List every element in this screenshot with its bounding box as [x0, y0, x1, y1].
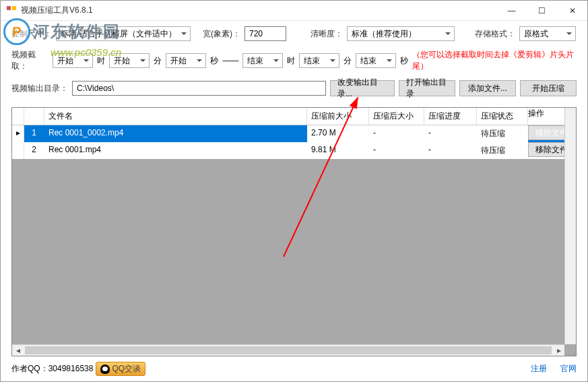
change-dir-button[interactable]: 改变输出目录...: [330, 80, 395, 96]
maximize-button[interactable]: ☐: [527, 1, 557, 20]
col-before[interactable]: 压缩前大小: [307, 108, 369, 125]
size-select[interactable]: 标清-适合手机横屏（文件适中）: [56, 26, 191, 41]
table-header: 文件名 压缩前大小 压缩后大小 压缩进度 压缩状态 操作: [12, 108, 576, 125]
scroll-left-icon[interactable]: ◂: [12, 345, 24, 356]
sec-unit: 秒: [210, 55, 218, 67]
qq-penguin-icon: [100, 364, 110, 374]
time-separator: ——: [222, 56, 238, 65]
footer: 作者QQ：3049816538 QQ交谈 注册 官网: [1, 356, 587, 381]
horizontal-scrollbar[interactable]: ◂ ▸: [12, 344, 564, 356]
end-hour-select[interactable]: 结束: [242, 53, 283, 68]
col-progress[interactable]: 压缩进度: [424, 108, 477, 125]
min-unit-2: 分: [344, 55, 352, 67]
table-row[interactable]: 2 Rec 0001.mp4 9.81 M - - 待压缩 移除文件: [12, 142, 576, 159]
clip-label: 视频截取：: [11, 49, 48, 72]
format-select[interactable]: 原格式: [519, 26, 576, 41]
window-title: 视频压缩工具V6.8.1: [21, 5, 93, 16]
minimize-button[interactable]: —: [496, 1, 527, 20]
start-hour-select[interactable]: 开始: [53, 53, 93, 68]
size-label: 控制尺寸：: [11, 28, 52, 40]
website-link[interactable]: 官网: [560, 363, 577, 375]
output-dir-label: 视频输出目录：: [11, 83, 68, 94]
min-unit: 分: [154, 55, 162, 67]
add-file-button[interactable]: 添加文件...: [459, 80, 516, 96]
width-input[interactable]: 720: [244, 26, 286, 41]
format-label: 存储格式：: [475, 28, 515, 40]
app-icon: [6, 5, 17, 16]
start-min-select[interactable]: 开始: [109, 53, 150, 68]
hour-unit-2: 时: [287, 55, 295, 67]
clarity-label: 清晰度：: [311, 28, 343, 40]
col-filename[interactable]: 文件名: [44, 108, 307, 125]
clip-hint: （您可以选择截取时间去掉《爱剪辑》片头片尾）: [412, 49, 577, 72]
output-dir-input[interactable]: C:\Videos\: [72, 81, 326, 96]
file-table: 文件名 压缩前大小 压缩后大小 压缩进度 压缩状态 操作 ▸ 1 Rec 000…: [11, 107, 577, 356]
start-compress-button[interactable]: 开始压缩: [520, 80, 577, 96]
close-button[interactable]: ✕: [557, 1, 587, 20]
sec-unit-2: 秒: [400, 55, 408, 67]
qq-chat-button[interactable]: QQ交谈: [96, 362, 145, 376]
register-link[interactable]: 注册: [531, 363, 547, 375]
title-bar: 视频压缩工具V6.8.1 — ☐ ✕: [1, 1, 587, 21]
author-label: 作者QQ：3049816538: [11, 363, 93, 375]
hour-unit: 时: [97, 55, 105, 67]
window-controls: — ☐ ✕: [496, 1, 587, 20]
start-sec-select[interactable]: 开始: [166, 53, 206, 68]
end-sec-select[interactable]: 结束: [356, 53, 396, 68]
col-after[interactable]: 压缩后大小: [369, 108, 424, 125]
table-row[interactable]: ▸ 1 Rec 0001_0002.mp4 2.70 M - - 待压缩 移除文…: [12, 125, 576, 142]
scroll-right-icon[interactable]: ▸: [553, 345, 564, 356]
col-status[interactable]: 压缩状态: [477, 108, 528, 125]
clarity-select[interactable]: 标准（推荐使用）: [347, 26, 455, 41]
open-dir-button[interactable]: 打开输出目录: [399, 80, 455, 96]
end-min-select[interactable]: 结束: [299, 53, 339, 68]
scroll-thumb[interactable]: [25, 346, 552, 354]
width-label: 宽(象素)：: [203, 28, 240, 40]
vertical-scrollbar[interactable]: [564, 108, 576, 344]
